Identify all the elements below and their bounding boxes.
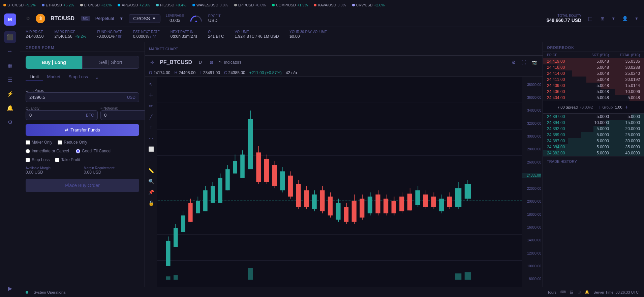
cross-selector[interactable]: CROSS ▼ xyxy=(129,14,160,23)
qty-field[interactable]: BTC xyxy=(26,110,98,120)
keyboard-icon[interactable]: ⌨ xyxy=(560,290,566,294)
y-label-18000: 18000.00 xyxy=(522,213,541,216)
ticker-item-ethusd[interactable]: ETH/USD +5.2% xyxy=(42,3,74,7)
buy-tab[interactable]: Buy | Long xyxy=(26,56,82,69)
bid-row[interactable]: 24,392.00 5.0000 20.0000 xyxy=(543,126,644,132)
tool-ruler[interactable]: 📏 xyxy=(146,166,156,175)
link-icon[interactable]: ⛓ xyxy=(570,290,574,294)
tab-limit[interactable]: Limit xyxy=(26,73,43,81)
qty-input[interactable] xyxy=(29,113,86,118)
y-label-34000: 34000.00 xyxy=(522,109,541,112)
reduce-only-checkbox[interactable]: Reduce Only xyxy=(58,140,87,145)
ticker-item-filusd[interactable]: FIL/USD +0.4% xyxy=(156,3,186,7)
ask-row[interactable]: 24,409.00 5.0048 15.0144 xyxy=(543,83,644,89)
notional-input[interactable] xyxy=(104,113,145,118)
sell-tab[interactable]: Sell | Short xyxy=(82,56,140,69)
take-profit-input[interactable] xyxy=(55,158,59,162)
stop-loss-checkbox[interactable]: Stop Loss xyxy=(26,157,50,162)
ticker-item-ltcusd[interactable]: LTC/USD +3.8% xyxy=(80,3,112,7)
expand-icon[interactable]: ⊞ xyxy=(599,14,606,23)
notional-field[interactable]: USD xyxy=(100,110,145,120)
sidebar-icon-expand[interactable]: ▶ xyxy=(4,282,16,294)
bid-row[interactable]: 24,382.00 5.0000 40.0000 xyxy=(543,150,644,156)
tool-crosshair[interactable]: ✛ xyxy=(146,90,156,100)
limit-price-field[interactable]: USD xyxy=(26,92,139,102)
good-til-cancel-radio[interactable]: Good 'Til Cancel xyxy=(76,149,112,153)
sidebar-icon-bell[interactable]: 🔔 xyxy=(4,102,16,114)
favorite-icon[interactable]: ☆ xyxy=(26,15,30,22)
tool-text[interactable]: T xyxy=(146,123,156,132)
tool-rect[interactable]: ⬜ xyxy=(146,144,156,154)
ticker-item-compusd[interactable]: COMP/USD +1.9% xyxy=(272,3,308,7)
bid-row[interactable]: 24,397.00 5.0000 5.0000 xyxy=(543,114,644,120)
immediate-cancel-input[interactable] xyxy=(26,149,30,153)
ticker-item-crvusd[interactable]: CRV/USD +2.6% xyxy=(352,3,385,7)
ticker-name-filusd: FIL/USD xyxy=(160,3,174,7)
lpt-dot xyxy=(234,4,237,6)
good-til-cancel-input[interactable] xyxy=(76,149,80,153)
reduce-only-input[interactable] xyxy=(58,140,62,145)
sidebar-icon-chart[interactable]: ⬛ xyxy=(4,31,16,43)
sidebar-icon-alerts[interactable]: ⚡ xyxy=(4,88,16,100)
chart-settings-icon[interactable]: ⚙ xyxy=(510,58,517,66)
tab-stop-loss[interactable]: Stop Loss xyxy=(64,73,92,81)
transfer-funds-button[interactable]: ⇄ Transfer Funds xyxy=(26,124,139,136)
chart-type-icon[interactable]: ⧄ xyxy=(209,58,214,66)
tool-pen[interactable]: ✏ xyxy=(146,101,156,111)
indicators-button[interactable]: 〜 Indicators xyxy=(218,59,241,65)
account-icon[interactable]: 👤 xyxy=(621,14,629,23)
account-dropdown-icon[interactable]: ▼ xyxy=(635,16,639,21)
bid-row[interactable]: 24,384.00 5.0000 35.0000 xyxy=(543,144,644,150)
expand-dropdown-icon[interactable]: ▼ xyxy=(611,16,615,21)
tool-fibonacci[interactable]: ⋯ xyxy=(146,133,156,143)
server-time: Server Time: 03:26:33 UTC xyxy=(593,290,639,294)
chart-camera-icon[interactable]: 📷 xyxy=(530,58,539,66)
tool-back[interactable]: ← xyxy=(146,155,156,165)
leverage-gauge[interactable] xyxy=(189,15,203,22)
tool-line[interactable]: ╱ xyxy=(146,112,156,121)
sidebar-icon-portfolio[interactable]: ▦ xyxy=(4,59,16,71)
grid-icon[interactable]: ⊞ xyxy=(578,290,581,294)
bid-row[interactable]: 24,387.00 5.0000 30.0000 xyxy=(543,138,644,144)
tool-cursor[interactable]: ↖ xyxy=(146,80,156,89)
tab-market[interactable]: Market xyxy=(43,73,64,81)
maker-only-checkbox[interactable]: Maker Only xyxy=(26,140,52,145)
bid-size: 10.0000 xyxy=(578,120,609,125)
ask-row[interactable]: 24,404.00 5.0048 5.0048 xyxy=(543,95,644,101)
chart-fullscreen-icon[interactable]: ⛶ xyxy=(520,58,527,66)
place-order-button[interactable]: Place Buy Order xyxy=(26,179,139,192)
immediate-cancel-radio[interactable]: Immediate or Cancel xyxy=(26,149,69,153)
layout-icon[interactable]: ⬚ xyxy=(587,14,594,23)
bid-row[interactable]: 24,389.00 5.0000 25.0000 xyxy=(543,132,644,138)
crosshair-icon[interactable]: ✛ xyxy=(149,58,156,66)
bell-icon[interactable]: 🔔 xyxy=(585,290,589,294)
sidebar-icon-settings[interactable]: ⚙ xyxy=(4,116,16,128)
more-types-icon[interactable]: ⌄ xyxy=(95,74,99,80)
market-chart-label: MARKET CHART xyxy=(149,47,178,51)
chart-period[interactable]: D xyxy=(196,58,205,66)
ask-row[interactable]: 24,414.00 5.0048 25.0240 xyxy=(543,70,644,77)
maker-only-input[interactable] xyxy=(26,140,30,145)
tool-lock[interactable]: 🔒 xyxy=(146,198,156,208)
tool-zoom-in[interactable]: 🔍 xyxy=(146,177,156,186)
ask-row[interactable]: 24,416.00 5.0048 30.0288 xyxy=(543,64,644,70)
tool-pin[interactable]: 📌 xyxy=(146,187,156,197)
ticker-item-kavausd[interactable]: KAVA/USD 0.0% xyxy=(314,3,346,7)
limit-price-input[interactable] xyxy=(29,95,127,100)
ticker-item-wavesusd[interactable]: WAVES/USD 0.0% xyxy=(192,3,228,7)
stat-oi-value: 241 BTC xyxy=(208,34,224,39)
ask-row[interactable]: 24,406.00 5.0048 10.0096 xyxy=(543,89,644,95)
ticker-item-apeusd[interactable]: APE/USD +2.9% xyxy=(118,3,150,7)
sidebar-icon-orders[interactable]: ☰ xyxy=(4,73,16,86)
bid-row[interactable]: 24,394.00 10.0000 15.0000 xyxy=(543,120,644,126)
group-add-icon[interactable]: + xyxy=(624,103,630,112)
sidebar-icon-trade[interactable]: ↔ xyxy=(4,45,16,57)
tours-button[interactable]: Tours xyxy=(547,290,556,294)
ask-row[interactable]: 24,419.00 5.0048 35.0336 xyxy=(543,58,644,64)
ask-row[interactable]: 24,411.00 5.0048 20.0192 xyxy=(543,77,644,83)
ticker-item-btcusd[interactable]: BTC/USD +9.2% xyxy=(3,3,36,7)
ticker-item-lptusd[interactable]: LPT/USD +0.0% xyxy=(234,3,266,7)
pair-dropdown[interactable]: ▼ xyxy=(119,16,123,21)
stop-loss-input[interactable] xyxy=(26,158,30,162)
take-profit-checkbox[interactable]: Take Profit xyxy=(55,157,80,162)
